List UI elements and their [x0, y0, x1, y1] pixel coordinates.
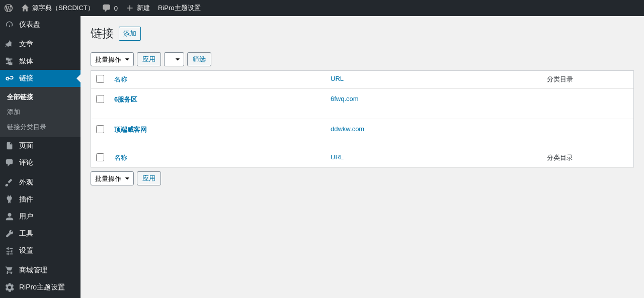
col-footer-cat: 分类目录	[542, 149, 633, 167]
tablenav-bottom: 批量操作 应用	[91, 167, 634, 189]
table-row: 6服务区 6fwq.com	[91, 89, 633, 119]
new-content-link[interactable]: 新建	[122, 0, 154, 16]
select-all-bottom-checkbox[interactable]	[96, 153, 104, 161]
col-footer-url[interactable]: URL	[331, 153, 344, 161]
ripro-link[interactable]: RiPro主题设置	[154, 0, 205, 16]
link-icon	[5, 74, 15, 83]
submenu-all-links[interactable]: 全部链接	[0, 89, 80, 105]
menu-comments[interactable]: 评论	[0, 154, 80, 171]
page-title: 链接	[91, 26, 114, 41]
add-new-button[interactable]: 添加	[119, 27, 141, 41]
comment-count: 0	[114, 5, 118, 12]
admin-topbar: 源字典（SRCDICT） 0 新建 RiPro主题设置	[0, 0, 644, 16]
comments-icon	[5, 158, 15, 167]
bulk-action-select-bottom[interactable]: 批量操作	[91, 171, 134, 185]
col-header-name[interactable]: 名称	[114, 75, 127, 83]
dashboard-icon	[5, 20, 15, 29]
table-row: 顶端威客网 ddwkw.com	[91, 119, 633, 149]
comment-icon	[102, 4, 111, 13]
menu-label: 文章	[19, 40, 33, 49]
select-all-top-checkbox[interactable]	[96, 75, 104, 83]
new-label: 新建	[137, 4, 150, 13]
wordpress-icon	[4, 4, 13, 13]
bulk-action-select-top[interactable]: 批量操作	[91, 52, 134, 66]
row-checkbox[interactable]	[96, 125, 104, 133]
col-header-url[interactable]: URL	[331, 75, 344, 82]
submenu-link-cats[interactable]: 链接分类目录	[0, 120, 80, 135]
submenu-add-link[interactable]: 添加	[0, 105, 80, 120]
brush-icon	[5, 178, 15, 187]
tablenav-top: 批量操作 应用 筛选	[91, 48, 634, 70]
media-icon	[5, 57, 15, 66]
col-header-cat: 分类目录	[542, 71, 633, 89]
menu-pages[interactable]: 页面	[0, 137, 80, 154]
bulk-apply-bottom[interactable]: 应用	[137, 171, 161, 185]
ripro-label: RiPro主题设置	[158, 4, 201, 13]
page-heading: 链接 添加	[91, 21, 634, 48]
submenu-links: 全部链接 添加 链接分类目录	[0, 87, 80, 137]
link-url[interactable]: 6fwq.com	[331, 95, 359, 103]
link-name[interactable]: 顶端威客网	[114, 126, 147, 133]
menu-label: 链接	[19, 74, 33, 83]
menu-media[interactable]: 媒体	[0, 53, 80, 70]
menu-label: 媒体	[19, 57, 33, 66]
page-icon	[5, 141, 15, 150]
menu-label: 评论	[19, 158, 33, 167]
col-footer-name[interactable]: 名称	[114, 154, 127, 161]
menu-posts[interactable]: 文章	[0, 36, 80, 53]
menu-label: 页面	[19, 141, 33, 150]
category-filter-select[interactable]	[164, 52, 184, 66]
filter-button[interactable]: 筛选	[187, 52, 211, 66]
menu-dashboard[interactable]: 仪表盘	[0, 16, 80, 33]
site-title: 源字典（SRCDICT）	[32, 4, 94, 13]
links-table: 名称 URL 分类目录 6服务区 6fwq.com 顶端威客网 ddwkw.co…	[91, 70, 634, 167]
menu-appearance[interactable]: 外观	[0, 174, 80, 189]
menu-label: 仪表盘	[19, 20, 40, 29]
row-checkbox[interactable]	[96, 95, 104, 103]
home-icon	[21, 4, 29, 12]
link-cat	[542, 89, 633, 119]
main-content: 链接 添加 批量操作 应用 筛选 名称 URL 分类目录	[80, 0, 644, 189]
site-home-link[interactable]: 源字典（SRCDICT）	[17, 0, 98, 16]
link-url[interactable]: ddwkw.com	[331, 125, 364, 133]
bulk-apply-top[interactable]: 应用	[137, 52, 161, 66]
plus-icon	[126, 4, 134, 12]
comments-link[interactable]: 0	[98, 0, 122, 16]
pin-icon	[5, 40, 15, 49]
link-cat	[542, 119, 633, 149]
menu-links[interactable]: 链接	[0, 70, 80, 87]
menu-label: 外观	[19, 178, 33, 187]
link-name[interactable]: 6服务区	[114, 95, 137, 103]
admin-sidebar: 仪表盘 文章 媒体 链接 全部链接 添加 链接分类目录 页面 评论 外观 插件 …	[0, 16, 80, 189]
wp-logo-link[interactable]	[0, 0, 17, 16]
